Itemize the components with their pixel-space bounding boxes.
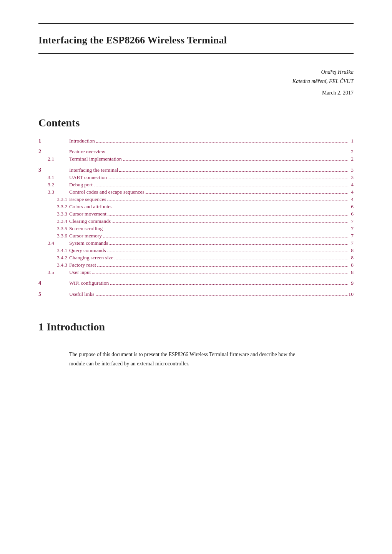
title-section: Interfacing the ESP8266 Wireless Termina… bbox=[38, 24, 354, 53]
toc-row: 3.4.1 Query commands 8 bbox=[38, 247, 354, 254]
toc-dots bbox=[106, 153, 347, 153]
toc-dots bbox=[108, 215, 347, 216]
toc-entry: Escape sequences bbox=[69, 196, 349, 203]
intro-paragraph: The purpose of this document is to prese… bbox=[38, 350, 300, 368]
author-name: Ondřej Hruška bbox=[38, 68, 354, 77]
toc-page: 8 bbox=[349, 261, 354, 269]
toc-entry: Colors and attributes bbox=[69, 203, 349, 210]
toc-num: 3.3.4 bbox=[38, 217, 69, 225]
toc-entry: Clearing commands bbox=[69, 217, 349, 225]
toc-row: 3.3.1 Escape sequences 4 bbox=[38, 196, 354, 203]
toc-page: 1 bbox=[349, 136, 354, 145]
toc-entry: Factory reset bbox=[69, 261, 349, 269]
toc-label: Debug port bbox=[69, 182, 93, 188]
toc-page: 8 bbox=[349, 269, 354, 276]
toc-row: 3.3.6 Cursor memory 7 bbox=[38, 232, 354, 239]
toc-num: 3 bbox=[38, 165, 69, 174]
toc-page: 7 bbox=[349, 217, 354, 225]
toc-dots bbox=[110, 284, 347, 285]
toc-num: 3.4 bbox=[38, 239, 69, 247]
toc-num: 3.3.3 bbox=[38, 210, 69, 217]
toc-dots bbox=[103, 237, 347, 237]
toc-label: UART connection bbox=[69, 174, 107, 181]
toc-row: 2 Feature overview 2 bbox=[38, 147, 354, 156]
toc-label: Useful links bbox=[69, 291, 95, 297]
toc-page: 6 bbox=[349, 203, 354, 210]
toc-num: 3.4.3 bbox=[38, 261, 69, 269]
toc-num: 2.1 bbox=[38, 156, 69, 163]
toc-page: 4 bbox=[349, 181, 354, 188]
toc-entry: Changing screen size bbox=[69, 254, 349, 261]
toc-page: 3 bbox=[349, 174, 354, 181]
toc-dots bbox=[104, 230, 347, 230]
toc-entry: User input bbox=[69, 269, 349, 276]
toc-dots bbox=[146, 193, 347, 194]
toc-row: 3.3.3 Cursor movement 6 bbox=[38, 210, 354, 217]
toc-entry: Cursor memory bbox=[69, 232, 349, 239]
toc-entry: Introduction bbox=[69, 136, 349, 145]
toc-label: Changing screen size bbox=[69, 255, 113, 261]
doc-title: Interfacing the ESP8266 Wireless Termina… bbox=[38, 35, 227, 46]
toc-label: WiFi configuration bbox=[69, 280, 109, 286]
toc-row: 3 Interfacing the terminal 3 bbox=[38, 165, 354, 174]
toc-entry: Feature overview bbox=[69, 147, 349, 156]
toc-row: 3.1 UART connection 3 bbox=[38, 174, 354, 181]
toc-page: 2 bbox=[349, 147, 354, 156]
toc-label: Introduction bbox=[69, 138, 95, 144]
toc-row: 3.4 System commands 7 bbox=[38, 239, 354, 247]
toc-row: 5 Useful links 10 bbox=[38, 289, 354, 298]
toc-num: 3.3 bbox=[38, 188, 69, 196]
toc-dots bbox=[92, 274, 347, 274]
toc-label: Terminal implementation bbox=[69, 156, 122, 162]
contents-heading: Contents bbox=[38, 117, 354, 129]
toc-label: Factory reset bbox=[69, 262, 96, 268]
toc-row: 3.2 Debug port 4 bbox=[38, 181, 354, 188]
toc-row: 2.1 Terminal implementation 2 bbox=[38, 156, 354, 163]
toc-dots bbox=[96, 142, 347, 143]
toc-label: Clearing commands bbox=[69, 218, 111, 224]
toc-entry: Screen scrolling bbox=[69, 225, 349, 232]
toc-num: 3.3.5 bbox=[38, 225, 69, 232]
toc-page: 9 bbox=[349, 278, 354, 287]
toc-num: 4 bbox=[38, 278, 69, 287]
toc-label: System commands bbox=[69, 240, 108, 246]
toc-label: Cursor movement bbox=[69, 211, 106, 217]
author-section: Ondřej Hruška Katedra měření, FEL ČVUT bbox=[38, 54, 354, 90]
toc-row: 1 Introduction 1 bbox=[38, 136, 354, 145]
toc-row: 3.3 Control codes and escape sequences 4 bbox=[38, 188, 354, 196]
toc-entry: Query commands bbox=[69, 247, 349, 254]
toc-page: 2 bbox=[349, 156, 354, 163]
toc-page: 3 bbox=[349, 165, 354, 174]
toc-num: 3.4.2 bbox=[38, 254, 69, 261]
toc-page: 7 bbox=[349, 225, 354, 232]
toc-num: 2 bbox=[38, 147, 69, 156]
toc-row: 3.3.4 Clearing commands 7 bbox=[38, 217, 354, 225]
toc-entry: Terminal implementation bbox=[69, 156, 349, 163]
toc-num: 3.3.2 bbox=[38, 203, 69, 210]
toc-num: 3.3.6 bbox=[38, 232, 69, 239]
toc-num: 3.4.1 bbox=[38, 247, 69, 254]
toc-row: 4 WiFi configuration 9 bbox=[38, 278, 354, 287]
toc-dots bbox=[96, 295, 347, 296]
toc-row: 3.3.5 Screen scrolling 7 bbox=[38, 225, 354, 232]
toc-entry: Control codes and escape sequences bbox=[69, 188, 349, 196]
toc-num: 3.5 bbox=[38, 269, 69, 276]
toc-label: Cursor memory bbox=[69, 233, 102, 239]
toc-page: 4 bbox=[349, 188, 354, 196]
toc-entry: Interfacing the terminal bbox=[69, 165, 349, 174]
toc-label: Colors and attributes bbox=[69, 204, 112, 210]
toc-label: Feature overview bbox=[69, 149, 105, 155]
toc-dots bbox=[97, 266, 347, 267]
toc-page: 8 bbox=[349, 247, 354, 254]
toc-page: 8 bbox=[349, 254, 354, 261]
toc-label: Query commands bbox=[69, 247, 106, 254]
toc-entry: UART connection bbox=[69, 174, 349, 181]
author-affiliation: Katedra měření, FEL ČVUT bbox=[38, 77, 354, 86]
toc-entry: Cursor movement bbox=[69, 210, 349, 217]
toc-num: 5 bbox=[38, 289, 69, 298]
table-of-contents: 1 Introduction 1 2 Feature overview bbox=[38, 136, 354, 298]
toc-page: 7 bbox=[349, 232, 354, 239]
toc-page: 6 bbox=[349, 210, 354, 217]
toc-num: 3.3.1 bbox=[38, 196, 69, 203]
toc-row: 3.5 User input 8 bbox=[38, 269, 354, 276]
